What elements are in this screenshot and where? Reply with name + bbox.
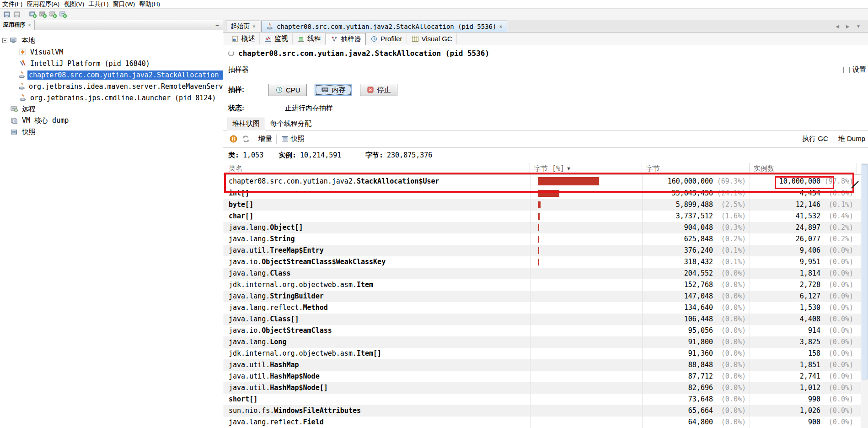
cpu-sample-button[interactable]: CPU	[268, 84, 307, 96]
table-row[interactable]: java.lang.Class204,552(0.0%)1,814(0.0%)	[223, 268, 868, 279]
table-row[interactable]: jdk.internal.org.objectweb.asm.Item[]91,…	[223, 348, 868, 359]
menu-file[interactable]: 文件(F)	[2, 0, 22, 8]
table-row[interactable]: java.lang.reflect.Field64,800(0.0%)900(0…	[223, 417, 868, 428]
tree-node-vm-coredump[interactable]: VM 核心 dump	[0, 115, 223, 126]
class-name-cell: jdk.internal.org.objectweb.asm.Item	[223, 279, 530, 291]
stop-button[interactable]: 停止	[360, 84, 397, 96]
visual-gc-icon	[411, 35, 419, 43]
table-row[interactable]: jdk.internal.org.objectweb.asm.Item152,7…	[223, 279, 868, 291]
status-row: 状态: 正进行内存抽样	[223, 100, 868, 116]
tab-applications[interactable]: 应用程序 ×	[0, 20, 35, 30]
menu-tools[interactable]: 工具(T)	[88, 0, 108, 8]
sample-controls-row: 抽样: CPU 内存 停止	[223, 79, 868, 100]
table-row[interactable]: int[]55,643,456(24.1%)4,454(0.0%)	[223, 188, 868, 199]
tab-monitor[interactable]: 监视	[260, 33, 293, 44]
applications-panel: 应用程序 × − − 本地 VisualVM	[0, 20, 223, 428]
table-row[interactable]: java.util.HashMap$Node[]82,696(0.0%)1,01…	[223, 382, 868, 394]
column-header-bytes-percent[interactable]: 字节 [%] ▼	[530, 163, 642, 174]
tree-node-launcher[interactable]: org.jetbrains.jps.cmdline.Launcher (pid …	[0, 92, 223, 103]
bytes-cell: 55,643,456(24.1%)	[642, 188, 750, 199]
delta-button[interactable]: 增量	[258, 135, 272, 143]
class-name-cell: java.util.HashMap	[223, 359, 530, 371]
column-header-instances[interactable]: 实例数	[750, 163, 857, 174]
table-row[interactable]: byte[]5,899,488(2.5%)12,146(0.1%)	[223, 199, 868, 211]
tab-stackallocation[interactable]: chapter08.src.com.yutian.java2.StackAllo…	[261, 21, 507, 32]
instances-cell: 2,741(0.0%)	[750, 371, 857, 382]
tab-heap-histogram[interactable]: 堆柱状图	[227, 117, 265, 130]
bytes-percent-bar-cell	[530, 222, 642, 233]
add-jmx-connection-icon[interactable]: JMX	[39, 10, 47, 18]
table-row[interactable]: char[]3,737,512(1.6%)41,532(0.4%)	[223, 211, 868, 222]
bytes-cell: 3,737,512(1.6%)	[642, 211, 750, 222]
tab-threads[interactable]: 线程	[293, 33, 326, 44]
bytes-percent-bar	[538, 190, 559, 197]
collapse-panel-icon[interactable]: −	[215, 22, 219, 28]
menu-window[interactable]: 窗口(W)	[113, 0, 135, 8]
perform-gc-button[interactable]: 执行 GC	[802, 135, 828, 143]
collapse-node-icon[interactable]: −	[2, 38, 7, 43]
menu-applications[interactable]: 应用程序(A)	[27, 0, 59, 8]
bytes-cell: 91,360(0.0%)	[642, 348, 750, 359]
coredump-icon	[10, 117, 18, 125]
table-row[interactable]: java.util.TreeMap$Entry376,240(0.1%)9,40…	[223, 245, 868, 256]
view-tab-label: 抽样器	[341, 35, 361, 43]
tree-node-stackallocation[interactable]: chapter08.src.com.yutian.java2.StackAllo…	[0, 69, 223, 81]
heap-dump-button[interactable]: 堆 Dump	[838, 135, 865, 143]
class-name-cell: jdk.internal.org.objectweb.asm.Item[]	[223, 348, 530, 359]
tab-profiler[interactable]: Profiler	[366, 33, 407, 44]
tree-node-label: chapter08.src.com.yutian.java2.StackAllo…	[27, 70, 223, 80]
tab-scroll-arrows[interactable]: ◀ ▶ ▼	[836, 24, 863, 29]
add-snapshot-icon[interactable]	[59, 10, 67, 18]
close-icon[interactable]: ×	[28, 22, 31, 28]
pause-icon[interactable]	[229, 135, 237, 143]
table-row[interactable]: java.lang.Object[]904,048(0.3%)24,897(0.…	[223, 222, 868, 233]
bytes-percent-bar-cell	[530, 336, 642, 348]
tab-start-page[interactable]: 起始页 ×	[226, 21, 260, 32]
table-row[interactable]: short[]73,648(0.0%)990(0.0%)	[223, 394, 868, 405]
tab-sampler[interactable]: 抽样器	[326, 33, 366, 45]
tab-visual-gc[interactable]: Visual GC	[407, 33, 457, 44]
menu-help[interactable]: 帮助(H)	[139, 0, 160, 8]
column-header-bytes[interactable]: 字节	[642, 163, 750, 174]
instances-cell: 4,454(0.0%)	[750, 188, 857, 199]
bytes-percent-bar-cell	[530, 188, 642, 199]
load-snapshot-icon[interactable]	[3, 10, 11, 18]
vertical-scrollbar[interactable]	[861, 163, 868, 428]
tree-node-snapshots[interactable]: 快照	[0, 126, 223, 138]
menu-view[interactable]: 视图(V)	[64, 0, 84, 8]
instances-cell: 990(0.0%)	[750, 394, 857, 405]
tab-per-thread-allocations[interactable]: 每个线程分配	[265, 117, 316, 130]
table-row[interactable]: java.util.HashMap$Node87,712(0.0%)2,741(…	[223, 371, 868, 382]
tree-node-intellij[interactable]: IntelliJ Platform (pid 16840)	[0, 58, 223, 69]
table-row[interactable]: chapter08.src.com.yutian.java2.StackAllo…	[223, 175, 868, 188]
class-name-cell: java.lang.Class[]	[223, 314, 530, 325]
table-row[interactable]: sun.nio.fs.WindowsFileAttributes65,664(0…	[223, 405, 868, 417]
add-vm-coredump-icon[interactable]: 01	[49, 10, 57, 18]
tree-node-remotemavenserver[interactable]: org.jetbrains.idea.maven.server.RemoteMa…	[0, 81, 223, 92]
tree-node-local[interactable]: − 本地	[0, 35, 223, 46]
table-row[interactable]: java.util.HashMap88,848(0.0%)1,851(0.0%)	[223, 359, 868, 371]
table-row[interactable]: java.lang.String625,848(0.2%)26,077(0.2%…	[223, 233, 868, 245]
scrollbar-thumb[interactable]	[862, 164, 868, 379]
table-row[interactable]: java.lang.StringBuilder147,048(0.0%)6,12…	[223, 291, 868, 302]
column-header-classname[interactable]: 类名	[223, 163, 530, 174]
refresh-icon[interactable]	[241, 135, 250, 143]
instances-cell: 1,530(0.0%)	[750, 302, 857, 314]
add-application-icon[interactable]	[29, 10, 37, 18]
memory-sample-button[interactable]: 内存	[315, 84, 352, 96]
table-row[interactable]: java.lang.reflect.Method134,640(0.0%)1,5…	[223, 302, 868, 314]
table-row[interactable]: java.lang.Class[]106,448(0.0%)4,408(0.0%…	[223, 314, 868, 325]
tree-node-remote[interactable]: 远程	[0, 103, 223, 115]
tree-node-visualvm[interactable]: VisualVM	[0, 46, 223, 58]
tab-overview[interactable]: i 概述	[227, 33, 260, 44]
save-snapshot-icon[interactable]	[13, 10, 21, 18]
table-row[interactable]: java.io.ObjectStreamClass95,056(0.0%)914…	[223, 325, 868, 336]
table-row[interactable]: java.lang.Long91,800(0.0%)3,825(0.0%)	[223, 336, 868, 348]
process-title: chapter08.src.com.yutian.java2.StackAllo…	[238, 49, 489, 58]
instances-cell: 6,127(0.0%)	[750, 291, 857, 302]
snapshot-button[interactable]: 快照	[291, 135, 305, 143]
settings-checkbox[interactable]	[843, 67, 850, 73]
table-row[interactable]: java.io.ObjectStreamClass$WeakClassKey31…	[223, 256, 868, 268]
close-icon[interactable]: ×	[252, 23, 256, 30]
close-icon[interactable]: ×	[499, 23, 502, 30]
